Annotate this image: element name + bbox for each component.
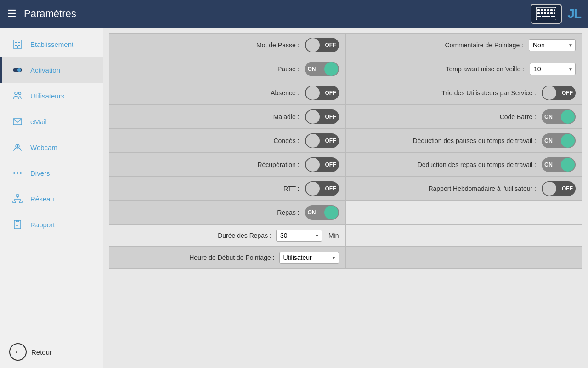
repas-cell: Repas : ON (109, 201, 346, 224)
recuperation-toggle[interactable]: OFF (305, 157, 339, 172)
toggle-label: OFF (325, 114, 336, 120)
toggle-knob (324, 62, 338, 76)
commentaire-label: Commentaire de Pointage : (445, 41, 523, 49)
sidebar-item-rapport[interactable]: Rapport (0, 212, 103, 237)
conges-cell: Congés : OFF (109, 129, 346, 153)
repas-toggle[interactable]: ON (305, 205, 339, 220)
svg-rect-19 (15, 45, 17, 46)
code-barre-cell: Code Barre : ON (346, 105, 583, 129)
sidebar-item-activation[interactable]: Activation (0, 57, 103, 83)
code-barre-toggle[interactable]: ON (542, 109, 576, 124)
veille-select[interactable]: 5 10 15 30 60 (530, 63, 576, 75)
sidebar-label-activation: Activation (30, 66, 60, 74)
toggle-knob (561, 134, 575, 148)
pause-toggle[interactable]: ON (305, 62, 339, 76)
svg-rect-10 (547, 12, 549, 14)
toggle-knob (561, 158, 575, 172)
deduction-repas-label: Déduction des repas du temps de travail … (418, 161, 536, 168)
webcam-icon (11, 141, 24, 154)
trie-service-label: Trie des Utilisateurs par Service : (441, 89, 536, 97)
svg-rect-18 (18, 42, 20, 43)
trie-service-cell: Trie des Utilisateurs par Service : OFF (346, 81, 583, 105)
toggle-label: OFF (325, 161, 336, 168)
svg-rect-8 (541, 12, 543, 14)
empty-cell-heure (346, 247, 583, 269)
repas-label: Repas : (277, 209, 299, 216)
toggle-label: OFF (325, 185, 336, 192)
maladie-toggle[interactable]: OFF (305, 109, 339, 124)
heure-debut-select[interactable]: Utilisateur Fixe Auto (279, 252, 339, 264)
mot-de-passe-toggle[interactable]: OFF (305, 38, 339, 52)
deduction-repas-cell: Déduction des repas du temps de travail … (346, 153, 583, 177)
conges-toggle[interactable]: OFF (305, 133, 339, 148)
toggle-knob (306, 134, 320, 148)
sidebar-label-utilisateurs: Utilisateurs (30, 92, 64, 100)
svg-point-29 (13, 172, 15, 174)
svg-point-25 (19, 92, 21, 95)
rtt-toggle[interactable]: OFF (305, 181, 339, 196)
rtt-label: RTT : (283, 185, 300, 192)
page-title: Paramètres (24, 8, 531, 20)
svg-rect-32 (16, 195, 19, 196)
sidebar-label-rapport: Rapport (30, 221, 55, 229)
deduction-pauses-toggle[interactable]: ON (542, 133, 576, 148)
sidebar-label-email: eMail (30, 118, 47, 126)
toggle-label: ON (544, 161, 553, 168)
svg-rect-7 (537, 12, 540, 14)
sidebar-label-etablissement: Etablissement (30, 40, 74, 48)
maladie-label: Maladie : (273, 113, 300, 121)
svg-rect-4 (547, 9, 549, 11)
svg-rect-20 (18, 45, 20, 46)
svg-rect-33 (13, 201, 16, 203)
svg-point-30 (17, 172, 18, 174)
pause-cell: Pause : ON (109, 57, 346, 81)
keyboard-button[interactable] (531, 4, 562, 24)
sidebar-item-webcam[interactable]: Webcam (0, 134, 103, 160)
toggle-knob (306, 86, 320, 100)
toggle-knob (561, 110, 575, 124)
sidebar-item-email[interactable]: eMail (0, 109, 103, 134)
heure-debut-label: Heure de Début de Pointage : (189, 254, 274, 261)
svg-rect-21 (17, 46, 18, 48)
recuperation-cell: Récupération : OFF (109, 153, 346, 177)
deduction-repas-toggle[interactable]: ON (542, 157, 576, 172)
svg-point-31 (20, 172, 22, 174)
conges-label: Congés : (273, 137, 299, 144)
rtt-cell: RTT : OFF (109, 177, 346, 201)
sidebar: Etablissement Activation Utilisateurs eM… (0, 28, 103, 368)
back-button[interactable]: ← Retour (0, 336, 103, 368)
clipboard-icon (11, 218, 24, 231)
mot-de-passe-cell: Mot de Passe : OFF (109, 33, 346, 57)
sidebar-label-divers: Divers (30, 169, 50, 177)
sidebar-label-webcam: Webcam (30, 144, 57, 151)
deduction-pauses-label: Déduction des pauses du temps de travail… (413, 137, 537, 144)
duree-select-wrapper: 15 20 25 30 45 60 (276, 230, 322, 242)
commentaire-cell: Commentaire de Pointage : Non Oui Obliga… (346, 33, 583, 57)
svg-rect-5 (550, 9, 553, 11)
toggle-knob (306, 38, 320, 52)
toggle-knob (306, 182, 320, 196)
sidebar-item-reseau[interactable]: Réseau (0, 186, 103, 212)
trie-service-toggle[interactable]: OFF (542, 86, 576, 100)
main-layout: Etablissement Activation Utilisateurs eM… (0, 28, 588, 368)
toggle-knob (306, 110, 320, 124)
duree-repas-label: Durée des Repas : (218, 232, 271, 239)
sidebar-item-divers[interactable]: Divers (0, 160, 103, 186)
absence-cell: Absence : OFF (109, 81, 346, 105)
duree-repas-select[interactable]: 15 20 25 30 45 60 (276, 230, 322, 242)
svg-rect-11 (550, 12, 553, 14)
recuperation-label: Récupération : (257, 161, 299, 168)
commentaire-select[interactable]: Non Oui Obligatoire (529, 39, 576, 51)
sidebar-item-utilisateurs[interactable]: Utilisateurs (0, 83, 103, 109)
empty-cell-8 (346, 201, 583, 224)
sidebar-item-etablissement[interactable]: Etablissement (0, 31, 103, 57)
back-label: Retour (31, 348, 52, 356)
svg-rect-15 (551, 16, 555, 17)
absence-toggle[interactable]: OFF (305, 86, 339, 100)
min-label: Min (328, 232, 339, 239)
toggle-label: ON (308, 66, 316, 72)
veille-select-wrapper: 5 10 15 30 60 (530, 63, 576, 75)
rapport-hebdo-toggle[interactable]: OFF (542, 181, 576, 196)
menu-icon[interactable]: ☰ (7, 8, 17, 20)
svg-rect-6 (554, 9, 555, 11)
